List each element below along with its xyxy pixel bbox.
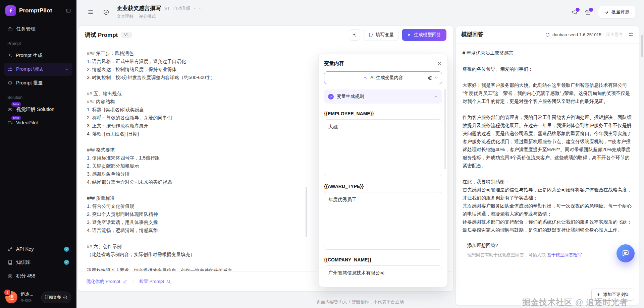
ai-button-extra[interactable]	[428, 75, 438, 80]
magic-sparkle-button[interactable]	[349, 29, 360, 41]
close-icon[interactable]	[437, 61, 442, 66]
sidebar-spacer	[4, 129, 72, 243]
sidebar-item-vision-solution[interactable]: beta 视觉理解 Solution	[4, 103, 72, 116]
fill-variables-button[interactable]: {} 填写变量	[364, 29, 398, 41]
add-circle-icon[interactable]	[101, 7, 111, 17]
search-icon	[166, 279, 171, 284]
beta-badge: beta	[11, 116, 21, 120]
model-selector[interactable]: doubao-seed-1.6-251015	[545, 32, 601, 37]
company-name-input[interactable]: 广州智慧信息技术有限公司	[324, 265, 442, 287]
globe-icon	[428, 75, 433, 80]
chat-bubble-icon	[622, 249, 630, 257]
sidebar-item-label: Prompt 生成	[16, 52, 69, 59]
avatar[interactable]: 追 1	[5, 291, 17, 303]
sparkles-icon	[7, 53, 12, 58]
auto-upgrade-label: 自动升级	[173, 5, 191, 11]
wand-icon	[122, 279, 127, 284]
section-label-solution: Solution	[4, 90, 72, 103]
key-icon	[7, 246, 13, 252]
variables-panel-header: 变量内容	[324, 59, 442, 67]
batch-eval-button[interactable]: 批量评测	[598, 6, 635, 18]
prompt-editor[interactable]: ### 第三步：风格润色 1. 语言风格：正式中带有温度，避免过于口语化 2. …	[78, 44, 309, 271]
chevron-down-icon[interactable]	[198, 6, 203, 11]
sidebar-item-knowledge-base[interactable]: 知识库	[4, 256, 72, 269]
sidebar-item-label: API Key	[16, 246, 60, 252]
model-name: doubao-seed-1.6-251015	[552, 32, 601, 37]
ideal-answer-block: 添加理想回答? 理想回答有助于优化模型回答，可输入或 基于模型回答改写	[456, 234, 639, 258]
ideal-answer-hint: 理想回答有助于优化模型回答，可输入或 基于模型回答改写	[467, 252, 632, 258]
arrow-up-circle-icon	[63, 295, 67, 300]
verified-badge-icon	[64, 260, 69, 265]
variable-name-label: {{COMPANY_NAME}}	[324, 257, 442, 262]
briefcase-icon	[7, 26, 13, 32]
variable-name-label: {{EMPLOYEE_NAME}}	[324, 111, 442, 116]
check-prompt-link[interactable]: 检查 Prompt	[139, 279, 171, 285]
sidebar-item-videopilot[interactable]: beta VideoPilot	[4, 117, 72, 129]
subscribe-button[interactable]: 订阅套餐	[41, 292, 71, 303]
app-root: PromptPilot 任务管理 Prompt Prompt 生成 Prompt…	[0, 0, 644, 308]
user-plan: 免费版	[20, 298, 33, 303]
notification-dot	[575, 7, 580, 12]
app-name: PromptPilot	[19, 7, 63, 14]
scrollbar-thumb[interactable]	[444, 89, 446, 169]
logo-icon	[5, 5, 16, 16]
logo: PromptPilot	[4, 5, 72, 22]
notification-badge: 1	[4, 289, 11, 296]
coin-icon	[7, 273, 13, 279]
refresh-icon	[545, 32, 550, 37]
user-profile[interactable]: 追 1 追逐... 免费版 订阅套餐	[4, 287, 72, 303]
beta-badge: beta	[11, 102, 21, 107]
optimize-prompt-link[interactable]: 优化你的 Prompt	[86, 279, 127, 285]
divider: |	[132, 279, 133, 284]
generate-response-button[interactable]: 生成模型回答	[402, 29, 446, 41]
chat-support-button[interactable]	[616, 244, 635, 262]
sidebar-item-prompt-batch[interactable]: Prompt 批量	[4, 76, 72, 89]
chevron-down-icon	[434, 76, 438, 80]
watermark: 掘金技术社区 @ 追逐时光者	[522, 297, 628, 308]
arrow-right-icon	[604, 10, 609, 15]
mode-tag-score: 评分模式	[139, 14, 156, 19]
ai-generate-variables-button[interactable]: AI 生成变量内容	[324, 71, 442, 84]
scrollbar-thumb[interactable]	[641, 35, 643, 57]
employee-name-input[interactable]: 大姚	[324, 119, 442, 176]
mode-tag-text: 文本理解	[117, 14, 133, 19]
sidebar-item-prompt-generate[interactable]: Prompt 生成	[4, 49, 72, 62]
verified-badge-icon	[64, 247, 69, 252]
chevron-down-icon	[65, 67, 69, 71]
award-type-input[interactable]: 年度优秀员工	[324, 192, 442, 250]
sidebar-collapse-icon[interactable]	[66, 8, 71, 13]
model-panel-header: 模型回答 doubao-seed-1.6-251015 深度思考	[456, 26, 639, 44]
sidebar-item-task-management[interactable]: 任务管理	[4, 22, 72, 36]
variable-rules-toggle[interactable]: 变量生成规则	[324, 89, 442, 104]
model-response-content: # 年度优秀员工获奖感言 尊敬的各位领导、亲爱的同事们： 大家好！我是客户服务部…	[456, 44, 639, 234]
variable-name-label: {{AWARD_TYPE}}	[324, 184, 442, 189]
project-title: 企业获奖感言撰写	[117, 5, 161, 12]
sidebar-item-api-key[interactable]: API Key	[4, 243, 72, 255]
settings-sliders-icon[interactable]	[628, 32, 634, 37]
topbar-actions: 批量评测	[571, 6, 635, 18]
dot-divider	[194, 8, 195, 9]
version-badge: V1	[121, 32, 132, 38]
plus-icon	[596, 293, 601, 297]
sidebar-item-label: 积分 458	[16, 273, 69, 279]
check-circle-icon	[328, 94, 334, 100]
book-icon	[7, 260, 13, 265]
sidebar-item-label: 视觉理解 Solution	[16, 106, 69, 113]
sidebar-item-label: Prompt 调试	[16, 66, 61, 72]
play-icon	[407, 33, 411, 37]
megaphone-icon[interactable]	[571, 9, 578, 15]
scrollbar-thumb[interactable]	[306, 187, 307, 237]
topbar: 企业获奖感言撰写 V1 自动升级 文本理解 评分模式 批量评测	[76, 0, 644, 24]
ideal-answer-title: 添加理想回答?	[467, 243, 632, 249]
section-label-prompt: Prompt	[4, 36, 72, 49]
rewrite-from-model-link[interactable]: 基于模型回答改写	[547, 252, 582, 257]
user-name: 追逐...	[20, 291, 33, 297]
layers-icon	[7, 80, 13, 86]
sidebar-item-points[interactable]: 积分 458	[4, 269, 72, 283]
gift-icon[interactable]	[585, 9, 591, 15]
sidebar: PromptPilot 任务管理 Prompt Prompt 生成 Prompt…	[0, 0, 76, 308]
variables-panel: 变量内容 AI 生成变量内容 变量生成规则 {{EMPLOYEE_NAME}} …	[318, 54, 448, 287]
project-version: V1	[164, 6, 170, 11]
sidebar-item-prompt-debug[interactable]: Prompt 调试	[4, 63, 72, 76]
menu-icon[interactable]	[85, 7, 96, 17]
